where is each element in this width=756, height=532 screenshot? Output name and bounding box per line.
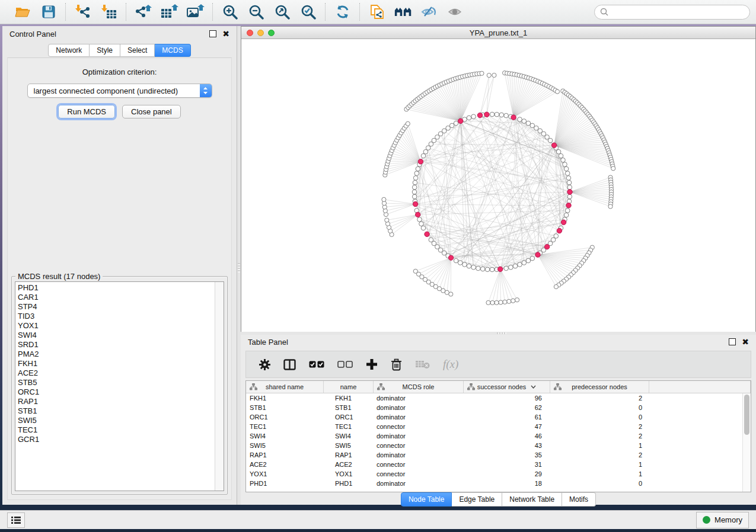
mcds-result-item[interactable]: STB1 xyxy=(18,406,215,416)
cell-MCDS-role[interactable]: dominator xyxy=(374,479,464,488)
mcds-result-item[interactable]: ORC1 xyxy=(18,387,215,397)
mcds-node[interactable] xyxy=(448,255,453,260)
cell-predecessor-nodes[interactable]: 1 xyxy=(550,469,649,479)
mcds-node[interactable] xyxy=(567,190,572,194)
cell-name[interactable]: FKH1 xyxy=(324,393,374,403)
network-node[interactable] xyxy=(522,119,527,124)
show-all-button[interactable] xyxy=(446,4,464,20)
tab-mcds[interactable]: MCDS xyxy=(155,44,190,57)
network-node[interactable] xyxy=(414,171,419,176)
mcds-node[interactable] xyxy=(544,244,549,249)
network-node[interactable] xyxy=(382,197,386,201)
export-table-button[interactable] xyxy=(161,4,178,20)
mcds-node[interactable] xyxy=(413,201,417,206)
network-node[interactable] xyxy=(504,113,509,118)
network-node[interactable] xyxy=(566,176,571,181)
network-canvas[interactable] xyxy=(241,39,755,332)
network-node[interactable] xyxy=(495,112,499,117)
cell-shared-name[interactable]: ACE2 xyxy=(246,460,324,469)
cell-MCDS-role[interactable]: dominator xyxy=(374,403,464,412)
mcds-node[interactable] xyxy=(535,252,540,257)
cell-predecessor-nodes[interactable]: 2 xyxy=(550,450,649,460)
tab-motifs[interactable]: Motifs xyxy=(562,492,596,507)
mcds-node[interactable] xyxy=(557,228,562,233)
table-row[interactable]: YOX1YOX1connector291 xyxy=(246,469,751,479)
cell-predecessor-nodes[interactable]: 2 xyxy=(550,393,649,403)
mcds-result-item[interactable]: TEC1 xyxy=(18,425,215,435)
cell-successor-nodes[interactable]: 31 xyxy=(464,460,550,469)
table-row[interactable]: STB1STB1dominator620 xyxy=(246,403,751,412)
tab-select[interactable]: Select xyxy=(120,44,155,57)
list-scrollbar[interactable] xyxy=(215,282,224,491)
network-node[interactable] xyxy=(548,138,553,143)
deselect-all-button[interactable] xyxy=(337,360,353,368)
network-node[interactable] xyxy=(499,300,503,305)
table-row[interactable]: PHD1PHD1dominator180 xyxy=(246,479,751,488)
network-node[interactable] xyxy=(480,267,485,271)
close-table-panel-button[interactable]: ✖ xyxy=(742,339,749,345)
network-node[interactable] xyxy=(421,153,426,158)
cell-successor-nodes[interactable]: 96 xyxy=(464,393,550,403)
float-table-panel-button[interactable] xyxy=(729,338,736,345)
mcds-result-item[interactable]: STB5 xyxy=(18,378,215,387)
run-mcds-button[interactable]: Run MCDS xyxy=(58,105,115,118)
close-mcds-button[interactable]: Close panel xyxy=(122,105,181,118)
network-node[interactable] xyxy=(490,112,495,117)
mcds-node[interactable] xyxy=(566,203,571,208)
network-node[interactable] xyxy=(522,261,527,265)
network-node[interactable] xyxy=(485,267,490,272)
criterion-dropdown[interactable]: largest connected component (undirected) xyxy=(27,84,212,98)
network-node[interactable] xyxy=(413,176,418,181)
mcds-result-list[interactable]: PHD1CAR1STP4TID3YOX1SWI4SRD1PMA2FKH1ACE2… xyxy=(15,281,224,491)
network-node[interactable] xyxy=(385,218,389,222)
cell-shared-name[interactable]: ORC1 xyxy=(246,412,324,422)
table-row[interactable]: RAP1RAP1dominator352 xyxy=(246,450,751,460)
network-node[interactable] xyxy=(555,89,559,94)
column-header-name[interactable]: name xyxy=(324,381,374,393)
first-neighbors-button[interactable] xyxy=(394,4,412,20)
network-node[interactable] xyxy=(429,238,433,242)
network-node[interactable] xyxy=(559,153,563,158)
cell-MCDS-role[interactable]: connector xyxy=(374,441,464,450)
cell-predecessor-nodes[interactable]: 0 xyxy=(550,412,649,422)
cell-successor-nodes[interactable]: 43 xyxy=(464,441,550,450)
network-node[interactable] xyxy=(458,261,462,265)
network-node[interactable] xyxy=(480,71,484,75)
network-node[interactable] xyxy=(518,262,522,267)
mcds-result-item[interactable]: STP4 xyxy=(18,302,215,312)
network-node[interactable] xyxy=(490,267,495,272)
cell-shared-name[interactable]: STB1 xyxy=(246,403,324,412)
export-image-button[interactable] xyxy=(187,4,205,20)
network-node[interactable] xyxy=(556,149,561,154)
column-header-shared-name[interactable]: shared name xyxy=(246,381,324,393)
hide-selected-button[interactable] xyxy=(420,4,438,20)
save-button[interactable] xyxy=(40,4,58,20)
mcds-result-item[interactable]: PMA2 xyxy=(18,350,215,359)
tab-network-table[interactable]: Network Table xyxy=(502,492,562,507)
mcds-node[interactable] xyxy=(551,143,556,148)
network-node[interactable] xyxy=(490,300,495,305)
cell-shared-name[interactable]: RAP1 xyxy=(246,450,324,460)
network-node[interactable] xyxy=(454,121,458,126)
network-node[interactable] xyxy=(567,194,572,199)
table-scrollbar[interactable] xyxy=(742,393,751,492)
table-row[interactable]: ACE2ACE2connector311 xyxy=(246,460,751,469)
mcds-node[interactable] xyxy=(416,212,420,217)
zoom-selected-button[interactable] xyxy=(299,4,317,20)
network-node[interactable] xyxy=(421,226,426,230)
network-node[interactable] xyxy=(564,166,569,171)
network-node[interactable] xyxy=(454,258,458,263)
search-input[interactable] xyxy=(612,7,744,17)
network-titlebar[interactable]: YPA_prune.txt_1 xyxy=(241,27,755,39)
cell-predecessor-nodes[interactable]: 2 xyxy=(550,431,649,441)
mcds-result-item[interactable]: GCR1 xyxy=(18,435,215,444)
network-node[interactable] xyxy=(513,264,518,268)
memory-button[interactable]: Memory xyxy=(696,512,749,528)
mcds-result-item[interactable]: YOX1 xyxy=(18,321,215,331)
cell-MCDS-role[interactable]: connector xyxy=(374,460,464,469)
network-node[interactable] xyxy=(499,113,504,117)
table-row[interactable]: ORC1ORC1dominator610 xyxy=(246,412,751,422)
network-node[interactable] xyxy=(419,222,424,226)
network-node[interactable] xyxy=(417,217,422,222)
cell-shared-name[interactable]: YOX1 xyxy=(246,469,324,479)
